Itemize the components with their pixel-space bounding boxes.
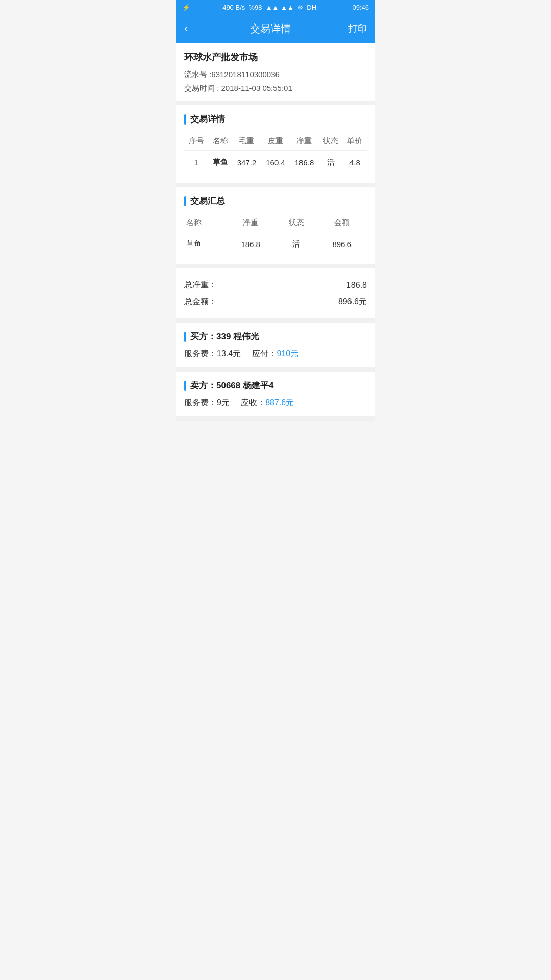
trade-detail-section: 交易详情 序号 名称 毛重 皮重 净重 状态 单价 1 草鱼 347.2 160…: [176, 105, 375, 187]
section-indicator: [184, 114, 186, 125]
sum-cell-amount: 896.6: [317, 232, 367, 257]
back-button[interactable]: ‹: [184, 22, 205, 35]
col-gross: 毛重: [232, 132, 261, 151]
trade-summary-section: 交易汇总 名称 净重 状态 金额 草鱼 186.8 活 896.6: [176, 187, 375, 268]
serial-number-row: 流水号 :6312018110300036: [184, 67, 367, 81]
totals-section: 总净重： 186.8 总金额： 896.6元: [176, 268, 375, 323]
buyer-section: 买方：339 程伟光 服务费：13.4元 应付：910元: [176, 323, 375, 372]
market-info-section: 环球水产批发市场 流水号 :6312018110300036 交易时间 : 20…: [176, 43, 375, 105]
summary-header-row: 名称 净重 状态 金额: [184, 214, 367, 232]
serial-number: 6312018110300036: [211, 70, 279, 79]
network-speed: 490 B/s: [222, 4, 245, 11]
buyer-fee-row: 服务费：13.4元 应付：910元: [184, 349, 367, 359]
seller-title: 卖方：50668 杨建平4: [184, 380, 367, 391]
seller-indicator: [184, 381, 186, 391]
sum-cell-name: 草鱼: [184, 232, 226, 257]
cell-id: 1: [184, 151, 208, 175]
total-amount-row: 总金额： 896.6元: [184, 293, 367, 310]
buyer-payable-label: 应付：: [252, 349, 277, 358]
total-amount-label: 总金额：: [184, 297, 217, 307]
status-bar: ⚡ 490 B/s ‮ HD ※ ▲▲ ▲▲ 89% 09:46: [176, 0, 375, 14]
status-right: 09:46: [352, 4, 369, 11]
buyer-fee-label: 服务费：: [184, 349, 217, 358]
table-row: 1 草鱼 347.2 160.4 186.8 活 4.8: [184, 151, 367, 175]
table-row: 草鱼 186.8 活 896.6: [184, 232, 367, 257]
trade-detail-header-row: 序号 名称 毛重 皮重 净重 状态 单价: [184, 132, 367, 151]
buyer-fee-value: 13.4元: [217, 349, 241, 358]
trade-detail-table: 序号 名称 毛重 皮重 净重 状态 单价 1 草鱼 347.2 160.4 18…: [184, 132, 367, 175]
seller-fee-row: 服务费：9元 应收：887.6元: [184, 398, 367, 408]
col-unit-price: 单价: [343, 132, 367, 151]
sum-col-status: 状态: [276, 214, 317, 232]
transaction-time: 2018-11-03 05:55:01: [221, 84, 292, 92]
col-tare: 皮重: [261, 132, 290, 151]
cell-gross: 347.2: [232, 151, 261, 175]
seller-fee-value: 9元: [217, 398, 230, 407]
trade-summary-label: 交易汇总: [190, 195, 225, 207]
buyer-title: 买方：339 程伟光: [184, 331, 367, 342]
trade-detail-thead: 序号 名称 毛重 皮重 净重 状态 单价: [184, 132, 367, 151]
page-title: 交易详情: [205, 22, 336, 36]
cell-tare: 160.4: [261, 151, 290, 175]
cell-unit-price: 4.8: [343, 151, 367, 175]
trade-detail-label: 交易详情: [190, 113, 225, 125]
buyer-indicator: [184, 332, 186, 342]
sum-cell-net: 186.8: [226, 232, 276, 257]
summary-tbody: 草鱼 186.8 活 896.6: [184, 232, 367, 257]
col-id: 序号: [184, 132, 208, 151]
col-name: 名称: [208, 132, 232, 151]
back-icon: ‹: [184, 22, 188, 35]
cell-status: 活: [319, 151, 343, 175]
time-display: 09:46: [352, 4, 369, 11]
serial-label: 流水号 :: [184, 70, 211, 79]
battery-level: 89%: [248, 4, 262, 11]
time-label: 交易时间 :: [184, 84, 219, 92]
total-net-label: 总净重：: [184, 280, 217, 290]
sum-cell-status: 活: [276, 232, 317, 257]
cell-name: 草鱼: [208, 151, 232, 175]
status-center: 490 B/s ‮ HD ※ ▲▲ ▲▲ 89%: [222, 4, 320, 11]
usb-icon: ⚡: [182, 4, 190, 11]
summary-thead: 名称 净重 状态 金额: [184, 214, 367, 232]
sum-col-amount: 金额: [317, 214, 367, 232]
total-net-value: 186.8: [346, 281, 367, 290]
trade-summary-title: 交易汇总: [184, 195, 367, 207]
seller-title-text: 卖方：50668 杨建平4: [190, 380, 273, 391]
trade-summary-table: 名称 净重 状态 金额 草鱼 186.8 活 896.6: [184, 214, 367, 256]
buyer-payable-value: 910元: [277, 349, 298, 358]
print-button[interactable]: 打印: [336, 22, 367, 35]
buyer-title-text: 买方：339 程伟光: [190, 331, 259, 342]
cell-net: 186.8: [290, 151, 318, 175]
seller-section: 卖方：50668 杨建平4 服务费：9元 应收：887.6元: [176, 372, 375, 421]
market-name: 环球水产批发市场: [184, 51, 367, 63]
total-net-row: 总净重： 186.8: [184, 277, 367, 293]
transaction-time-row: 交易时间 : 2018-11-03 05:55:01: [184, 81, 367, 95]
app-header: ‹ 交易详情 打印: [176, 14, 375, 43]
summary-indicator: [184, 196, 186, 206]
sum-col-name: 名称: [184, 214, 226, 232]
trade-detail-tbody: 1 草鱼 347.2 160.4 186.8 活 4.8: [184, 151, 367, 175]
col-status: 状态: [319, 132, 343, 151]
trade-detail-title: 交易详情: [184, 113, 367, 125]
signal-icons: ▲▲ ▲▲: [266, 4, 294, 11]
sum-col-net: 净重: [226, 214, 276, 232]
seller-receivable-value: 887.6元: [265, 398, 294, 407]
status-left: ⚡: [182, 4, 190, 11]
total-amount-value: 896.6元: [338, 297, 367, 307]
col-net: 净重: [290, 132, 318, 151]
seller-fee-label: 服务费：: [184, 398, 217, 407]
seller-receivable-label: 应收：: [241, 398, 265, 407]
